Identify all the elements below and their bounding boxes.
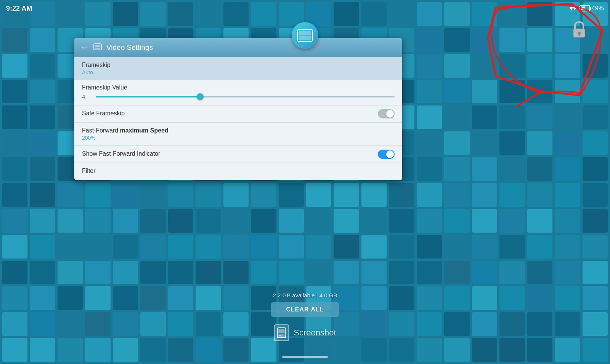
svg-rect-5: [299, 31, 311, 35]
show-ff-indicator-label: Show Fast-Forward Indicator: [82, 150, 395, 157]
battery-icon: [580, 5, 590, 11]
settings-list: Frameskip Auto Frameskip Value 4 Safe Fr…: [74, 57, 402, 180]
screenshot-icon: [274, 324, 289, 341]
frameskip-value: Auto: [82, 69, 395, 75]
status-time: 9:22 AM: [6, 5, 32, 13]
wifi-icon: ▾▾: [570, 4, 576, 13]
safe-frameskip-row[interactable]: Safe Frameskip: [74, 105, 402, 123]
lock-icon-container: [571, 21, 587, 41]
nav-bar: [282, 356, 328, 358]
svg-point-15: [279, 335, 281, 336]
slider-container: 4: [82, 93, 395, 100]
safe-frameskip-label: Safe Frameskip: [82, 110, 395, 117]
lock-icon: [571, 21, 587, 40]
slider-track[interactable]: [96, 96, 395, 97]
fast-forward-speed-row[interactable]: Fast-Forward maximum Speed 200%: [74, 123, 402, 146]
svg-rect-9: [95, 45, 100, 47]
slider-thumb[interactable]: [197, 93, 204, 100]
bottom-overlay: 2.2 GB available | 4.0 GB CLEAR ALL Scre…: [271, 292, 339, 341]
safe-frameskip-toggle[interactable]: [378, 109, 395, 118]
dialog-title: Video Settings: [106, 43, 153, 52]
svg-rect-10: [95, 48, 100, 49]
screenshot-label: Screenshot: [294, 328, 336, 338]
battery-fill: [581, 6, 585, 10]
frameskip-value-row[interactable]: Frameskip Value 4: [74, 80, 402, 105]
toggle-off-indicator: [378, 109, 395, 118]
fast-forward-speed-value: 200%: [82, 135, 395, 141]
ds-icon: [292, 22, 318, 49]
frameskip-label: Frameskip: [82, 62, 395, 69]
show-ff-indicator-row[interactable]: Show Fast-Forward Indicator: [74, 146, 402, 163]
ds-icon-container: [292, 22, 318, 49]
frameskip-value-label: Frameskip Value: [82, 84, 395, 91]
battery-percent: 49%: [592, 5, 604, 12]
show-ff-indicator-toggle[interactable]: [378, 150, 395, 159]
svg-rect-6: [299, 36, 311, 40]
frameskip-row[interactable]: Frameskip Auto: [74, 57, 402, 80]
bold-label: maximum Speed: [120, 127, 169, 134]
filter-row[interactable]: Filter: [74, 163, 402, 180]
slider-value-display: 4: [82, 93, 90, 100]
toggle-on-indicator: [378, 150, 395, 159]
settings-dialog: ← Video Settings Frameskip Auto Frameski…: [74, 38, 402, 180]
fast-forward-speed-label: Fast-Forward maximum Speed: [82, 127, 395, 134]
storage-info: 2.2 GB available | 4.0 GB: [273, 292, 337, 299]
filter-label: Filter: [82, 168, 395, 174]
svg-rect-2: [578, 33, 580, 36]
status-bar: 9:22 AM ▾▾ 49%: [0, 0, 610, 17]
status-right: ▾▾ 49%: [570, 4, 604, 13]
screenshot-item[interactable]: Screenshot: [274, 324, 336, 341]
dialog-icon: [93, 43, 102, 52]
battery-container: 49%: [580, 5, 604, 12]
back-button[interactable]: ←: [80, 43, 89, 53]
clear-all-button[interactable]: CLEAR ALL: [271, 302, 339, 317]
slider-fill: [96, 96, 200, 97]
svg-rect-13: [278, 329, 284, 333]
dialog-header: ← Video Settings: [74, 38, 402, 57]
ds-icon-svg: [297, 29, 313, 42]
